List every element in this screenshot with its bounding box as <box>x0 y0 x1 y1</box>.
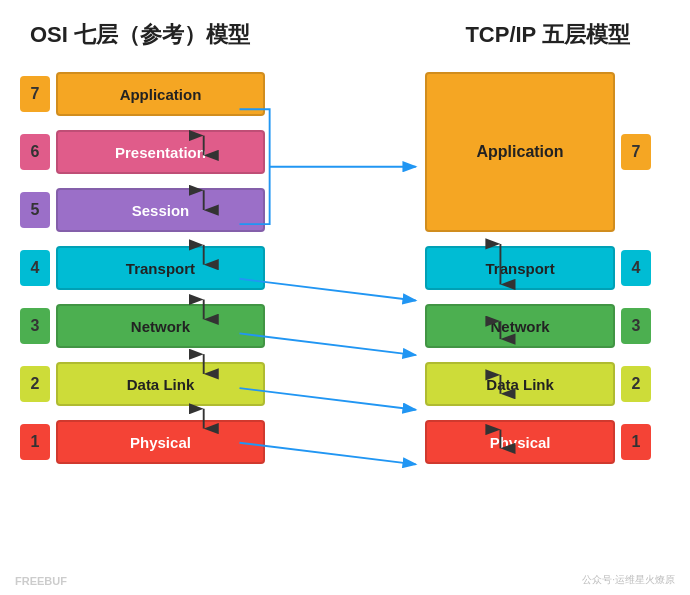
tcp-box-datalink: Data Link <box>425 362 615 406</box>
tcp-box-transport: Transport <box>425 246 615 290</box>
tcp-num-3: 3 <box>621 308 651 344</box>
osi-box-3: Network <box>56 304 265 348</box>
tcp-num-2: 2 <box>621 366 651 402</box>
osi-num-2: 2 <box>20 366 50 402</box>
tcp-box-app: Application <box>425 72 615 232</box>
osi-layer-4: 4 Transport <box>20 242 265 294</box>
osi-num-6: 6 <box>20 134 50 170</box>
tcp-num-4: 4 <box>621 250 651 286</box>
watermark-right: 公众号·运维星火燎原 <box>582 573 675 587</box>
tcp-layer-transport: Transport 4 <box>425 242 651 294</box>
tcp-title: TCP/IP 五层模型 <box>465 20 660 50</box>
tcp-layer-physical: Physical 1 <box>425 416 651 468</box>
osi-box-7: Application <box>56 72 265 116</box>
osi-layer-1: 1 Physical <box>20 416 265 468</box>
tcp-num-1: 1 <box>621 424 651 460</box>
osi-layer-6: 6 Presentation <box>20 126 265 178</box>
osi-layer-7: 7 Application <box>20 68 265 120</box>
middle-area <box>265 68 425 548</box>
tcp-layer-app: Application 7 <box>425 68 651 236</box>
osi-num-4: 4 <box>20 250 50 286</box>
osi-box-1: Physical <box>56 420 265 464</box>
osi-num-1: 1 <box>20 424 50 460</box>
tcp-box-physical: Physical <box>425 420 615 464</box>
tcp-num-7: 7 <box>621 134 651 170</box>
main-container: OSI 七层（参考）模型 TCP/IP 五层模型 7 Application 6… <box>0 0 690 595</box>
osi-num-7: 7 <box>20 76 50 112</box>
osi-layer-5: 5 Session <box>20 184 265 236</box>
osi-box-5: Session <box>56 188 265 232</box>
tcp-layer-datalink: Data Link 2 <box>425 358 651 410</box>
diagram: 7 Application 6 Presentation 5 Session 4… <box>20 68 670 548</box>
osi-num-5: 5 <box>20 192 50 228</box>
osi-box-2: Data Link <box>56 362 265 406</box>
tcp-layers: Application 7 Transport 4 Network 3 Data… <box>425 68 670 548</box>
osi-box-6: Presentation <box>56 130 265 174</box>
osi-box-4: Transport <box>56 246 265 290</box>
osi-layer-2: 2 Data Link <box>20 358 265 410</box>
osi-num-3: 3 <box>20 308 50 344</box>
watermark-left: FREEBUF <box>15 575 67 587</box>
tcp-layer-network: Network 3 <box>425 300 651 352</box>
osi-layer-3: 3 Network <box>20 300 265 352</box>
osi-layers: 7 Application 6 Presentation 5 Session 4… <box>20 68 265 548</box>
titles: OSI 七层（参考）模型 TCP/IP 五层模型 <box>20 20 670 50</box>
tcp-box-network: Network <box>425 304 615 348</box>
osi-title: OSI 七层（参考）模型 <box>30 20 250 50</box>
